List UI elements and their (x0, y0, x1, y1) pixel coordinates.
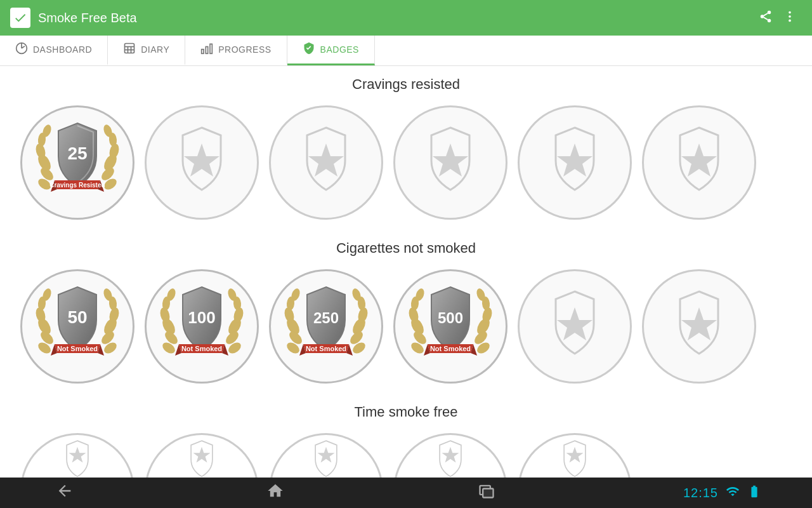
badge-notsmoked-50[interactable]: 50 Not Smoked (20, 269, 134, 384)
tab-progress[interactable]: PROGRESS (185, 36, 287, 65)
badge-timefree-partial-5[interactable] (518, 433, 632, 478)
notsmoked-badge-row: 50 Not Smoked (20, 269, 792, 384)
app-title: Smoke Free Beta (38, 11, 754, 25)
badge-notsmoked-500[interactable]: 500 Not Smoked (393, 269, 508, 384)
notsmoked-section: Cigarettes not smoked (20, 240, 792, 384)
svg-text:Not Smoked: Not Smoked (306, 345, 346, 352)
badge-timefree-partial-1[interactable] (20, 433, 134, 478)
svg-rect-102 (483, 489, 493, 498)
badge-cravings-25[interactable]: 25 Cravings Resisted (20, 105, 134, 220)
tab-progress-label: PROGRESS (218, 44, 271, 55)
wifi-icon (726, 485, 740, 502)
svg-text:Cravings Resisted: Cravings Resisted (49, 182, 105, 189)
clock-display: 12:15 (683, 486, 718, 500)
tab-badges[interactable]: BADGES (287, 36, 375, 65)
home-button[interactable] (261, 477, 289, 508)
svg-line-4 (764, 13, 768, 15)
svg-point-1 (761, 15, 764, 18)
svg-point-0 (768, 10, 771, 14)
svg-marker-37 (681, 144, 717, 177)
system-info: 12:15 (683, 485, 761, 502)
svg-point-5 (789, 11, 791, 13)
svg-marker-97 (193, 446, 211, 462)
badges-icon (303, 42, 315, 58)
svg-rect-16 (202, 49, 204, 53)
svg-marker-35 (433, 144, 468, 177)
badge-cravings-locked-3[interactable] (393, 105, 508, 220)
svg-marker-96 (69, 446, 86, 462)
tab-diary[interactable]: DIARY (108, 36, 185, 65)
cravings-title: Cravings resisted (20, 76, 792, 93)
svg-marker-34 (308, 144, 344, 177)
badge-cravings-locked-4[interactable] (518, 105, 632, 220)
svg-text:50: 50 (67, 307, 87, 327)
badge-notsmoked-100[interactable]: 100 Not Smoked (145, 269, 259, 384)
svg-marker-36 (557, 144, 593, 177)
dashboard-icon (15, 42, 28, 58)
badge-earned-svg: 25 Cravings Resisted (27, 112, 128, 213)
svg-rect-18 (210, 44, 212, 53)
progress-icon (200, 42, 213, 58)
notsmoked-title: Cigarettes not smoked (20, 240, 792, 257)
badge-notsmoked-locked-1[interactable] (518, 269, 632, 384)
recents-button[interactable] (473, 477, 501, 508)
menu-button[interactable] (778, 4, 802, 32)
bottom-nav: 12:15 (0, 478, 812, 508)
svg-marker-95 (681, 307, 717, 340)
svg-text:500: 500 (438, 309, 463, 326)
badge-notsmoked-250[interactable]: 250 Not Smoked (269, 269, 383, 384)
tab-dashboard[interactable]: DASHBOARD (0, 36, 108, 65)
main-content: Cravings resisted (0, 66, 812, 478)
badge-cravings-locked-2[interactable] (269, 105, 383, 220)
svg-text:Not Smoked: Not Smoked (430, 345, 471, 352)
svg-rect-17 (206, 46, 208, 53)
svg-marker-94 (557, 307, 593, 340)
svg-text:25: 25 (67, 144, 87, 163)
svg-rect-11 (125, 43, 134, 53)
cravings-section: Cravings resisted (20, 76, 792, 220)
badge-notsmoked-locked-2[interactable] (642, 269, 756, 384)
svg-text:100: 100 (188, 308, 215, 327)
svg-marker-99 (442, 446, 459, 462)
svg-point-2 (768, 18, 771, 22)
app-logo (10, 8, 30, 28)
timefree-badge-row (20, 433, 792, 478)
battery-icon (747, 485, 761, 502)
badge-timefree-partial-4[interactable] (393, 433, 508, 478)
badge-timefree-partial-3[interactable] (269, 433, 383, 478)
share-button[interactable] (754, 4, 778, 32)
diary-icon (123, 42, 136, 58)
svg-point-7 (789, 19, 791, 22)
svg-text:Not Smoked: Not Smoked (181, 345, 222, 352)
svg-marker-100 (566, 446, 584, 462)
svg-line-3 (764, 17, 768, 20)
svg-marker-98 (318, 446, 335, 462)
timefree-title: Time smoke free (20, 404, 792, 420)
cravings-badge-row: 25 Cravings Resisted (20, 105, 792, 220)
timefree-section: Time smoke free (20, 404, 792, 478)
badge-timefree-partial-2[interactable] (145, 433, 259, 478)
tab-badges-label: BADGES (320, 44, 359, 55)
badge-cravings-locked-1[interactable] (145, 105, 259, 220)
app-bar: Smoke Free Beta (0, 0, 812, 36)
tab-diary-label: DIARY (141, 44, 169, 55)
badge-cravings-locked-5[interactable] (642, 105, 756, 220)
back-button[interactable] (51, 477, 79, 508)
tab-dashboard-label: DASHBOARD (33, 44, 92, 55)
svg-marker-33 (184, 144, 219, 177)
svg-text:250: 250 (313, 309, 339, 326)
svg-text:Not Smoked: Not Smoked (57, 345, 98, 352)
svg-point-6 (789, 15, 791, 18)
nav-tabs: DASHBOARD DIARY PROGRESS BADGES (0, 36, 812, 66)
